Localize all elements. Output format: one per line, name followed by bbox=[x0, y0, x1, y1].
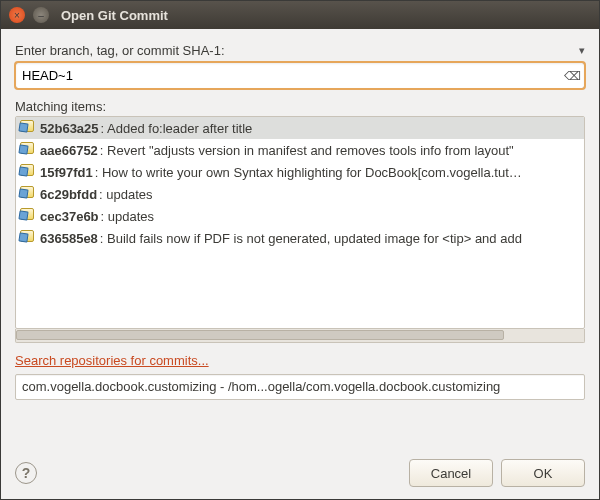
window-title: Open Git Commit bbox=[61, 8, 168, 23]
matching-items-list[interactable]: 52b63a25 : Added fo:leader after title a… bbox=[15, 116, 585, 329]
horizontal-scrollbar[interactable] bbox=[15, 329, 585, 343]
dialog-window: × – Open Git Commit Enter branch, tag, o… bbox=[0, 0, 600, 500]
list-item[interactable]: aae66752 : Revert "adjusts version in ma… bbox=[16, 139, 584, 161]
chevron-down-icon[interactable]: ▾ bbox=[579, 44, 585, 57]
clear-input-icon[interactable]: ⌫ bbox=[565, 69, 579, 83]
input-label: Enter branch, tag, or commit SHA-1: bbox=[15, 43, 225, 58]
commit-icon bbox=[20, 230, 36, 246]
minimize-icon[interactable]: – bbox=[33, 7, 49, 23]
scrollbar-thumb[interactable] bbox=[16, 330, 504, 340]
commit-message: : Added fo:leader after title bbox=[101, 121, 253, 136]
ref-input[interactable] bbox=[15, 62, 585, 89]
ok-button[interactable]: OK bbox=[501, 459, 585, 487]
repository-path[interactable]: com.vogella.docbook.customizing - /hom..… bbox=[15, 374, 585, 400]
commit-message: : updates bbox=[101, 209, 155, 224]
commit-sha: 15f97fd1 bbox=[40, 165, 93, 180]
commit-message: : Build fails now if PDF is not generate… bbox=[100, 231, 522, 246]
commit-icon bbox=[20, 120, 36, 136]
dialog-content: Enter branch, tag, or commit SHA-1: ▾ ⌫ … bbox=[1, 29, 599, 499]
cancel-button[interactable]: Cancel bbox=[409, 459, 493, 487]
help-icon[interactable]: ? bbox=[15, 462, 37, 484]
commit-icon bbox=[20, 186, 36, 202]
commit-sha: aae66752 bbox=[40, 143, 98, 158]
commit-message: : updates bbox=[99, 187, 153, 202]
commit-sha: cec37e6b bbox=[40, 209, 99, 224]
commit-icon bbox=[20, 208, 36, 224]
commit-sha: 636585e8 bbox=[40, 231, 98, 246]
close-icon[interactable]: × bbox=[9, 7, 25, 23]
list-item[interactable]: 15f97fd1 : How to write your own Syntax … bbox=[16, 161, 584, 183]
titlebar[interactable]: × – Open Git Commit bbox=[1, 1, 599, 29]
dialog-footer: ? Cancel OK bbox=[15, 459, 585, 487]
commit-message: : Revert "adjusts version in manifest an… bbox=[100, 143, 514, 158]
search-repositories-link[interactable]: Search repositories for commits... bbox=[15, 353, 585, 368]
commit-icon bbox=[20, 142, 36, 158]
commit-message: : How to write your own Syntax highlight… bbox=[95, 165, 418, 180]
commit-sha: 6c29bfdd bbox=[40, 187, 97, 202]
list-item[interactable]: cec37e6b : updates bbox=[16, 205, 584, 227]
list-item[interactable]: 636585e8 : Build fails now if PDF is not… bbox=[16, 227, 584, 249]
commit-sha: 52b63a25 bbox=[40, 121, 99, 136]
matching-items-label: Matching items: bbox=[15, 99, 585, 114]
list-item[interactable]: 6c29bfdd : updates bbox=[16, 183, 584, 205]
commit-package: [com.vogella.tut… bbox=[418, 165, 522, 180]
list-item[interactable]: 52b63a25 : Added fo:leader after title bbox=[16, 117, 584, 139]
commit-icon bbox=[20, 164, 36, 180]
